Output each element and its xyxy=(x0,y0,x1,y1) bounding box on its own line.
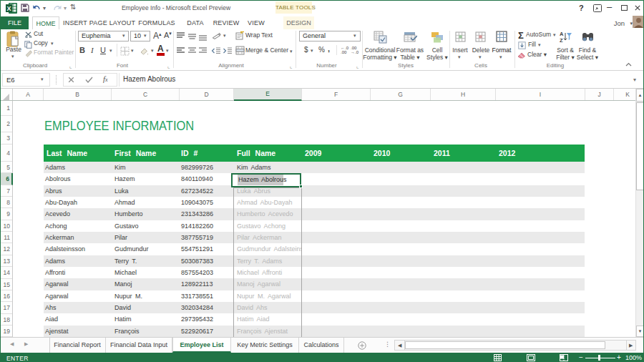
svg-text:A: A xyxy=(560,31,564,37)
svg-text:Z: Z xyxy=(560,37,563,43)
svg-text:X: X xyxy=(6,5,11,12)
